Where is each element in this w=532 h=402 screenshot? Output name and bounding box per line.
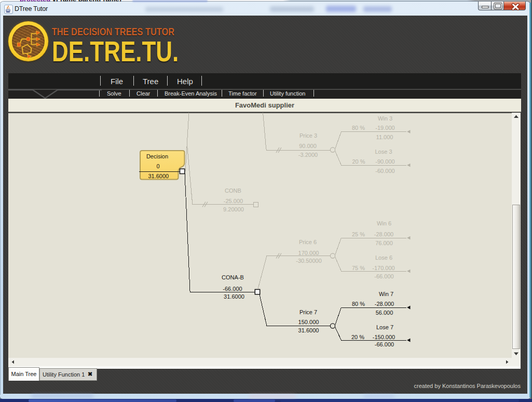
svg-text:-66.000: -66.000 — [375, 341, 394, 347]
svg-text:75 %: 75 % — [352, 265, 365, 271]
svg-text:20 %: 20 % — [352, 158, 365, 165]
svg-text:-170.000: -170.000 — [372, 265, 394, 271]
svg-text:90.000: 90.000 — [299, 143, 317, 149]
svg-text:-60.000: -60.000 — [375, 168, 394, 174]
svg-text:-150.000: -150.000 — [373, 334, 395, 340]
svg-text:Price 3: Price 3 — [299, 132, 317, 139]
svg-text:-25.000: -25.000 — [224, 198, 243, 204]
svg-text:76.000: 76.000 — [375, 240, 393, 246]
svg-text:170.000: 170.000 — [298, 250, 319, 256]
svg-text:-3.2000: -3.2000 — [298, 152, 318, 158]
svg-text:0: 0 — [156, 163, 159, 169]
svg-text:80 %: 80 % — [352, 125, 365, 131]
svg-text:-28.000: -28.000 — [375, 301, 394, 307]
svg-text:Price 7: Price 7 — [299, 309, 317, 315]
svg-text:11.000: 11.000 — [376, 134, 393, 140]
svg-text:31.6000: 31.6000 — [224, 293, 244, 300]
svg-text:9.20000: 9.20000 — [223, 206, 244, 212]
svg-text:20 %: 20 % — [351, 334, 364, 340]
svg-text:-30.50000: -30.50000 — [296, 258, 322, 264]
svg-text:Lose 6: Lose 6 — [375, 254, 392, 261]
svg-text:CONB: CONB — [225, 187, 241, 194]
svg-text:-66.000: -66.000 — [374, 273, 393, 279]
svg-text:150.000: 150.000 — [298, 319, 319, 325]
svg-text:Price 6: Price 6 — [299, 239, 317, 245]
svg-text:80 %: 80 % — [352, 301, 365, 307]
svg-text:Decision: Decision — [146, 153, 168, 159]
svg-text:-19.000: -19.000 — [375, 125, 394, 131]
svg-text:-90.000: -90.000 — [375, 158, 394, 165]
svg-text:31.6000: 31.6000 — [148, 173, 169, 179]
svg-text:Win 3: Win 3 — [378, 115, 392, 122]
svg-text:CONA-B: CONA-B — [222, 274, 244, 280]
svg-text:Win 6: Win 6 — [377, 220, 391, 226]
svg-text:Win 7: Win 7 — [379, 291, 393, 297]
svg-text:-66.000: -66.000 — [223, 286, 242, 292]
svg-text:-28.000: -28.000 — [374, 231, 393, 237]
svg-text:Lose 7: Lose 7 — [376, 324, 393, 330]
svg-text:Lose 3: Lose 3 — [375, 149, 392, 155]
svg-text:56.000: 56.000 — [376, 310, 393, 316]
svg-text:25 %: 25 % — [352, 231, 365, 237]
svg-text:31.6000: 31.6000 — [298, 327, 319, 333]
